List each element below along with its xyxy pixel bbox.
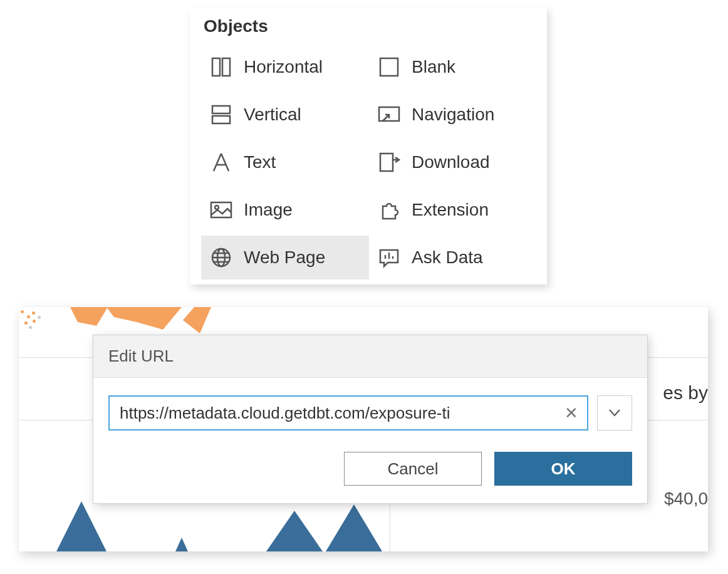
background-title-fragment: es by (663, 382, 708, 404)
object-item-blank[interactable]: Blank (369, 45, 537, 89)
download-icon (375, 149, 403, 176)
objects-panel-title: Objects (204, 16, 544, 36)
object-item-label: Navigation (412, 105, 494, 125)
object-item-label: Blank (412, 57, 455, 77)
svg-rect-3 (212, 106, 230, 113)
columns-icon (207, 53, 235, 81)
map-shape (70, 307, 108, 326)
square-icon (375, 53, 403, 81)
object-item-download[interactable]: Download (369, 140, 537, 184)
map-shape (107, 307, 182, 332)
url-dropdown-button[interactable] (597, 395, 632, 430)
svg-rect-6 (380, 154, 393, 171)
edit-url-dialog: Edit URL ✕ Cancel OK (93, 335, 648, 504)
svg-rect-0 (212, 58, 220, 76)
svg-rect-4 (212, 116, 230, 123)
object-item-askdata[interactable]: Ask Data (369, 236, 537, 279)
object-item-text[interactable]: Text (201, 140, 369, 184)
rows-icon (207, 101, 235, 128)
puzzle-icon (375, 196, 403, 224)
object-item-image[interactable]: Image (201, 188, 369, 232)
globe-icon (207, 244, 235, 271)
object-item-label: Download (412, 152, 490, 172)
url-input-container: ✕ (108, 395, 588, 430)
object-item-label: Text (244, 152, 276, 172)
navigation-icon (375, 101, 403, 128)
object-item-extension[interactable]: Extension (369, 188, 537, 232)
object-item-horizontal[interactable]: Horizontal (201, 45, 369, 89)
image-icon (207, 196, 235, 224)
clear-input-icon[interactable]: ✕ (562, 404, 581, 423)
dialog-title: Edit URL (93, 335, 647, 378)
map-shape (183, 307, 211, 333)
object-item-webpage[interactable]: Web Page (201, 236, 369, 279)
svg-point-8 (215, 206, 219, 209)
cancel-button[interactable]: Cancel (344, 452, 482, 486)
object-item-label: Web Page (244, 248, 325, 268)
objects-grid: Horizontal Blank Vertical (201, 45, 544, 279)
object-item-vertical[interactable]: Vertical (201, 93, 369, 137)
object-item-label: Ask Data (412, 248, 483, 268)
map-dots (19, 307, 50, 332)
background-amount-fragment: $40,0 (664, 489, 708, 509)
url-input[interactable] (118, 403, 562, 424)
chat-bar-icon (375, 244, 403, 271)
svg-rect-1 (222, 58, 230, 76)
object-item-label: Vertical (244, 105, 301, 125)
object-item-label: Horizontal (244, 57, 323, 77)
text-icon (207, 149, 235, 176)
object-item-label: Image (244, 200, 293, 220)
ok-button[interactable]: OK (494, 452, 632, 486)
svg-rect-2 (380, 58, 398, 76)
object-item-navigation[interactable]: Navigation (369, 93, 537, 137)
objects-panel: Objects Horizontal Blank (190, 8, 547, 284)
object-item-label: Extension (412, 200, 489, 220)
